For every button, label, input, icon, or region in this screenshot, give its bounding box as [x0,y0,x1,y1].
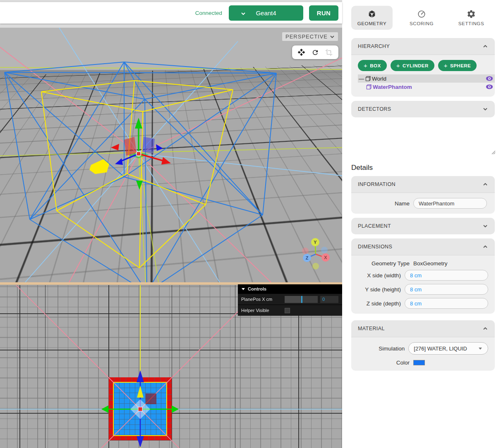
helper-visible-label: Helper Visible [241,308,285,313]
hierarchy-body: + BOX + CYLINDER + SPHERE — World [351,55,495,97]
add-box-button[interactable]: + BOX [358,60,387,71]
viewport-3d[interactable]: Y X Z PERSPECTIVE [0,28,342,282]
hierarchy-card: HIERARCHY + BOX + CYLINDER + SPHERE — [351,38,495,97]
chevron-down-icon [330,34,335,39]
chevron-down-icon [241,287,245,291]
hierarchy-header[interactable]: HIERARCHY [351,38,495,55]
add-sphere-button[interactable]: + SPHERE [438,60,477,71]
engine-label: Geant4 [256,10,276,17]
rotate-tool-button[interactable] [310,48,320,57]
x-side-label: X side (width) [358,272,401,279]
top-toolbar: Connected Geant4 RUN [0,2,342,24]
material-body: Simulation [276] WATER, LIQUID Color [351,337,495,371]
plane-pos-value[interactable]: 0 [320,296,338,303]
source-lines-pink [0,47,342,282]
plus-icon: + [364,62,367,69]
information-title: INFORMATION [358,181,482,187]
tree-item-waterphantom[interactable]: WaterPhantom [351,83,495,91]
axis-neg-z[interactable] [321,247,328,253]
name-input[interactable] [413,198,487,209]
caret-down-icon [478,346,483,351]
plane-pos-row: PlanePos X cm 0 [238,293,342,305]
details-heading: Details [351,164,495,172]
controls-panel: Controls PlanePos X cm 0 Helper Visible [238,284,342,316]
information-body: Name [351,193,495,214]
information-card: INFORMATION Name [351,176,495,214]
axis-neg-y[interactable] [312,263,319,269]
controls-title: Controls [248,286,266,291]
detectors-header[interactable]: DETECTORS [351,101,495,117]
tree-item-world[interactable]: — World [358,74,495,83]
z-side-label: Z side (depth) [358,300,401,307]
dimensions-body: Geometry Type BoxGeometry X side (width)… [351,255,495,314]
tab-geometry-label: GEOMETRY [357,21,386,26]
axis-neg-x[interactable] [302,248,309,254]
tab-settings[interactable]: SETTINGS [451,6,492,30]
plane-pos-slider[interactable] [285,296,318,303]
scene-wireframes: Y X Z [0,28,342,282]
helper-visible-row: Helper Visible [238,305,342,316]
tab-geometry[interactable]: GEOMETRY [351,6,393,30]
axes-gizmo[interactable]: Y X Z [302,238,330,269]
chevron-up-icon [482,326,488,331]
placement-header[interactable]: PLACEMENT [351,218,495,234]
chevron-up-icon [482,43,488,49]
x-side-input[interactable] [405,270,488,281]
material-header[interactable]: MATERIAL [351,320,495,337]
placement-card: PLACEMENT [351,218,495,234]
tab-scoring[interactable]: SCORING [401,6,442,30]
name-label: Name [358,200,410,207]
camera-lines-lightblue [25,28,342,282]
chevron-up-icon [482,181,488,187]
engine-select-button[interactable]: Geant4 [229,5,303,21]
detectors-title: DETECTORS [358,106,482,112]
run-button[interactable]: RUN [309,5,338,21]
material-card: MATERIAL Simulation [276] WATER, LIQUID … [351,320,495,371]
axis-y-label: Y [314,240,317,245]
move-tool-button[interactable] [297,48,307,57]
projection-select[interactable]: PERSPECTIVE [282,32,338,41]
y-side-label: Y side (height) [358,286,401,293]
plane-pos-label: PlanePos X cm [241,297,285,302]
color-swatch[interactable] [413,360,425,365]
y-side-input[interactable] [405,284,488,295]
resize-handle[interactable] [491,149,496,156]
visibility-eye-icon[interactable] [486,76,493,81]
projection-label: PERSPECTIVE [285,33,330,40]
hierarchy-title: HIERARCHY [358,43,482,49]
chevron-down-icon [482,223,488,229]
add-cylinder-label: CYLINDER [403,63,429,68]
plus-icon: + [396,62,400,69]
chevron-up-icon [482,244,488,250]
add-shape-buttons: + BOX + CYLINDER + SPHERE [351,58,495,74]
axis-x-label: X [324,255,327,260]
gear-icon [467,10,476,19]
gauge-icon [417,10,426,19]
cube-icon [365,76,371,81]
world-wireframe-box [5,62,276,282]
plus-icon: + [444,62,448,69]
collapse-toggle-icon[interactable]: — [359,76,364,82]
dimensions-card: DIMENSIONS Geometry Type BoxGeometry X s… [351,238,495,314]
inspector-panel: GEOMETRY SCORING SETTINGS HIERARCHY [342,0,501,448]
controls-panel-header[interactable]: Controls [238,284,342,293]
simulation-label: Simulation [358,346,405,352]
add-cylinder-button[interactable]: + CYLINDER [391,60,434,71]
scale-tool-button[interactable] [324,48,334,57]
simulation-select[interactable]: [276] WATER, LIQUID [408,342,488,355]
dimensions-header[interactable]: DIMENSIONS [351,238,495,255]
dimensions-title: DIMENSIONS [358,244,482,250]
tab-settings-label: SETTINGS [458,21,484,26]
simulation-value: [276] WATER, LIQUID [414,346,478,352]
viewport-tools [292,45,338,59]
helper-visible-checkbox[interactable] [285,308,290,313]
z-side-input[interactable] [405,298,488,309]
material-title: MATERIAL [358,326,482,331]
information-header[interactable]: INFORMATION [351,176,495,193]
add-sphere-label: SPHERE [450,63,471,68]
panel-spacer [351,117,495,162]
color-label: Color [358,360,410,366]
visibility-eye-icon[interactable] [486,84,493,90]
cube-icon [366,84,372,90]
geometry-type-value: BoxGeometry [413,260,448,267]
